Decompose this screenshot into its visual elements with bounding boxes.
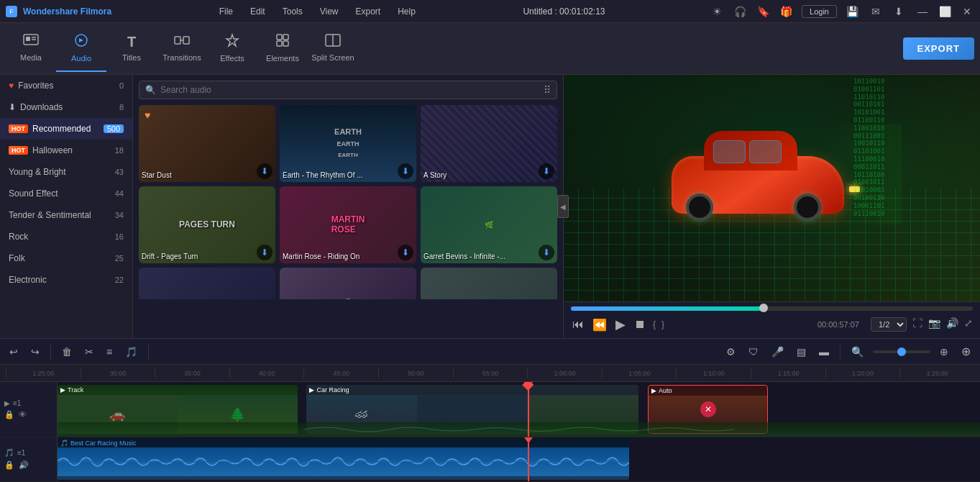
gift-icon[interactable]: 🎁 — [779, 4, 793, 19]
volume-icon[interactable]: 🔊 — [946, 317, 958, 332]
video-waveform — [58, 422, 980, 437]
martinrose-download-btn[interactable]: ⬇ — [398, 245, 413, 260]
delete-marker[interactable]: ✕ — [700, 401, 716, 417]
search-input[interactable] — [160, 85, 544, 95]
sidebar-item-soundeffect[interactable]: Sound Effect 44 — [0, 183, 132, 204]
audio-grid: ♥ Star Dust ⬇ EARTHEARTHEARTH Earth - Th… — [139, 105, 557, 299]
audio-search-bar[interactable]: 🔍 ⠿ — [139, 81, 557, 99]
tab-audio[interactable]: Audio — [56, 26, 106, 72]
bookmark-icon[interactable]: 🔖 — [756, 4, 770, 19]
video-track-content[interactable]: ▶ Track 🚗 🌲 ▶ Car Racing 🏎 — [58, 382, 980, 437]
stop-button[interactable]: ⏹ — [633, 317, 647, 332]
layout-button[interactable]: ▤ — [793, 344, 810, 360]
sidebar-item-rock[interactable]: Rock 16 — [0, 226, 132, 247]
play-button[interactable]: ▶ — [614, 315, 627, 334]
tab-effects[interactable]: Effects — [207, 26, 257, 72]
sidebar-item-downloads[interactable]: ⬇ Downloads 8 — [0, 96, 132, 118]
properties-button[interactable]: ≡ — [103, 344, 116, 360]
video-progress-bar[interactable] — [571, 306, 973, 311]
redo-button[interactable]: ↪ — [27, 344, 43, 360]
audio-card-garret[interactable]: 🌿 Garret Bevins - Infinite -... ⬇ — [421, 186, 557, 263]
delete-button[interactable]: 🗑 — [58, 344, 75, 360]
audio-card-9[interactable]: ⬇ — [421, 268, 557, 299]
cut-button[interactable]: ✂ — [81, 344, 97, 360]
tab-titles[interactable]: T Titles — [106, 26, 157, 72]
page-selector[interactable]: 1/2 — [871, 317, 907, 332]
sidebar-item-recommended[interactable]: HOT Recommended 500 — [0, 118, 132, 140]
sun-icon[interactable]: ☀ — [710, 4, 724, 19]
caption-button[interactable]: ▬ — [815, 344, 833, 360]
audio-card-martinrose[interactable]: MARTINROSE Martin Rose - Riding On ⬇ — [280, 186, 416, 263]
collapse-arrow-icon[interactable]: ◀ — [557, 195, 569, 218]
lock-icon[interactable]: 🔒 — [4, 410, 14, 419]
sidebar-item-tender[interactable]: Tender & Sentimental 34 — [0, 204, 132, 226]
mail-icon[interactable]: ✉ — [869, 4, 883, 19]
menu-help[interactable]: Help — [395, 5, 418, 18]
audio-card-drift[interactable]: PAGES TURN Drift - Pages Turn ⬇ — [139, 186, 275, 263]
minimize-button[interactable]: — — [915, 6, 930, 17]
tab-media[interactable]: Media — [6, 26, 56, 72]
window-controls[interactable]: — ⬜ ✕ — [915, 6, 974, 17]
tab-titles-label: Titles — [122, 53, 141, 62]
add-track-button[interactable]: ⊕ — [958, 342, 974, 360]
audio-card-7[interactable]: ⬇ — [139, 268, 275, 299]
audio-volume-icon[interactable]: 🔊 — [19, 460, 29, 470]
sidebar-item-youngbright[interactable]: Young & Bright 43 — [0, 161, 132, 183]
maximize-button[interactable]: ⬜ — [936, 6, 954, 17]
tab-elements[interactable]: Elements — [257, 26, 308, 72]
export-button[interactable]: EXPORT — [903, 37, 974, 60]
grid-layout-icon[interactable]: ⠿ — [544, 84, 551, 96]
drift-download-btn[interactable]: ⬇ — [257, 245, 273, 260]
earth-download-btn[interactable]: ⬇ — [398, 163, 413, 179]
menu-edit[interactable]: Edit — [247, 5, 268, 18]
shield-button[interactable]: 🛡 — [745, 344, 762, 360]
track-controls[interactable]: 🔒 👁 — [4, 410, 27, 419]
scale-icon[interactable]: ⤢ — [964, 317, 973, 332]
playhead[interactable] — [528, 382, 529, 437]
audio-track-controls[interactable]: 🔒 🔊 — [4, 460, 29, 470]
audio-card-astory[interactable]: A Story ⬇ — [421, 105, 557, 182]
timeline-toolbar: ↩ ↪ 🗑 ✂ ≡ 🎵 ⚙ 🛡 🎤 ▤ ▬ 🔍 ⊕ ⊕ — [0, 339, 980, 365]
audio-card-stardust[interactable]: ♥ Star Dust ⬇ — [139, 105, 275, 182]
audio-track-content[interactable]: 🎵 Best Car Racing Music — [58, 437, 980, 481]
stardust-download-btn[interactable]: ⬇ — [257, 163, 273, 179]
undo-button[interactable]: ↩ — [6, 344, 22, 360]
effects-filter-button[interactable]: ⚙ — [723, 344, 739, 360]
astory-download-btn[interactable]: ⬇ — [539, 163, 554, 179]
eye-icon[interactable]: 👁 — [19, 410, 27, 419]
audio-button[interactable]: 🎵 — [122, 344, 141, 360]
audio-clip-bestcar[interactable]: 🎵 Best Car Racing Music — [58, 439, 629, 480]
progress-handle[interactable] — [759, 304, 768, 312]
save-icon[interactable]: 💾 — [846, 4, 860, 19]
zoom-in-button[interactable]: ⊕ — [936, 344, 952, 360]
menu-tools[interactable]: Tools — [280, 5, 306, 18]
menu-file[interactable]: File — [216, 5, 236, 18]
sidebar-item-favorites[interactable]: ♥ Favorites 0 — [0, 75, 132, 96]
garret-download-btn[interactable]: ⬇ — [539, 245, 554, 260]
sidebar-item-halloween[interactable]: HOT Halloween 18 — [0, 140, 132, 161]
menu-bar[interactable]: File Edit Tools View Export Help — [216, 5, 418, 18]
tab-splitscreen[interactable]: Split Screen — [308, 26, 358, 72]
mic-button[interactable]: 🎤 — [768, 344, 787, 360]
fullscreen-icon[interactable]: ⛶ — [912, 317, 922, 332]
ruler-mark-8: 1:05:00 — [602, 368, 677, 378]
tab-transitions[interactable]: Transitions — [157, 26, 207, 72]
tab-effects-label: Effects — [220, 54, 244, 63]
menu-view[interactable]: View — [317, 5, 342, 18]
download-icon[interactable]: ⬇ — [892, 4, 906, 19]
frame-back-button[interactable]: ⏪ — [591, 317, 608, 333]
sidebar-item-folk[interactable]: Folk 25 — [0, 247, 132, 269]
headphone-icon[interactable]: 🎧 — [733, 4, 747, 19]
zoom-out-button[interactable]: 🔍 — [848, 344, 867, 360]
zoom-slider[interactable] — [873, 350, 930, 353]
skip-back-button[interactable]: ⏮ — [571, 317, 585, 332]
menu-export[interactable]: Export — [353, 5, 384, 18]
close-button[interactable]: ✕ — [960, 6, 974, 17]
login-button[interactable]: Login — [802, 5, 837, 18]
timeline-tracks: ▶ ≡1 🔒 👁 ▶ Track 🚗 🌲 — [0, 382, 980, 482]
sidebar-item-electronic[interactable]: Electronic 22 — [0, 269, 132, 291]
audio-card-earth[interactable]: EARTHEARTHEARTH Earth - The Rhythm Of ..… — [280, 105, 416, 182]
camera-icon[interactable]: 📷 — [928, 317, 940, 332]
audio-card-8[interactable]: 🌸 ⬇ — [280, 268, 416, 299]
audio-lock-icon[interactable]: 🔒 — [4, 460, 14, 470]
